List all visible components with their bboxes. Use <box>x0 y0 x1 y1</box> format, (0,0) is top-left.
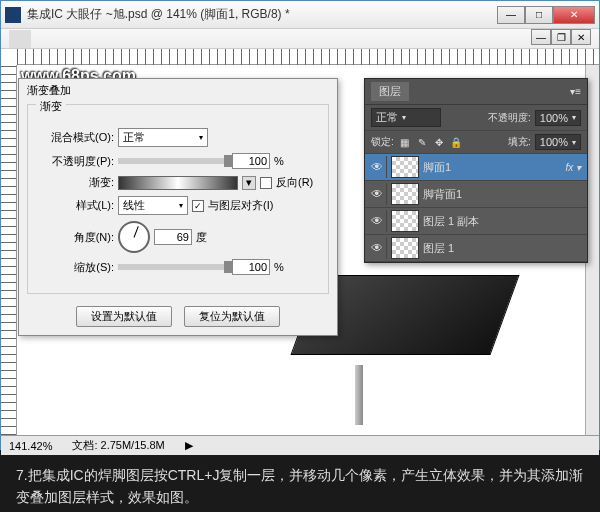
visibility-icon[interactable]: 👁 <box>367 237 387 259</box>
layer-row[interactable]: 👁图层 1 副本 <box>365 208 587 235</box>
style-dropdown[interactable]: 线性 <box>118 196 188 215</box>
status-arrow-icon[interactable]: ▶ <box>185 439 193 452</box>
layer-name: 图层 1 <box>423 241 585 256</box>
layers-panel: 图层 ▾≡ 正常 不透明度: 100% 锁定: ▦ ✎ ✥ 🔒 填充: 100%… <box>364 78 588 263</box>
lock-paint-icon[interactable]: ✎ <box>415 135 429 149</box>
opacity-slider[interactable] <box>118 158 228 164</box>
align-checkbox[interactable]: ✓ <box>192 200 204 212</box>
layer-blend-dropdown[interactable]: 正常 <box>371 108 441 127</box>
chip-artwork <box>305 275 525 385</box>
blend-mode-dropdown[interactable]: 正常 <box>118 128 208 147</box>
layer-name: 脚面1 <box>423 160 565 175</box>
lock-all-icon[interactable]: 🔒 <box>449 135 463 149</box>
doc-size: 文档: 2.75M/15.8M <box>72 438 164 453</box>
close-button[interactable]: ✕ <box>553 6 595 24</box>
angle-dial[interactable] <box>118 221 150 253</box>
reverse-checkbox[interactable] <box>260 177 272 189</box>
reset-default-button[interactable]: 复位为默认值 <box>184 306 280 327</box>
set-default-button[interactable]: 设置为默认值 <box>76 306 172 327</box>
lock-label: 锁定: <box>371 135 394 149</box>
tutorial-caption: 7.把集成IC的焊脚图层按CTRL+J复制一层，并移动几个像素，产生立体效果，并… <box>0 452 600 512</box>
layer-row[interactable]: 👁图层 1 <box>365 235 587 262</box>
layer-row[interactable]: 👁脚背面1 <box>365 181 587 208</box>
layer-name: 图层 1 副本 <box>423 214 585 229</box>
angle-label: 角度(N): <box>36 230 114 245</box>
scale-input[interactable] <box>232 259 270 275</box>
layer-opacity-label: 不透明度: <box>488 111 531 125</box>
gradient-overlay-dialog: 渐变叠加 渐变 混合模式(O): 正常 不透明度(P): % 渐变: ▾ 反向(… <box>18 78 338 336</box>
lock-move-icon[interactable]: ✥ <box>432 135 446 149</box>
layer-list: 👁脚面1fx ▾👁脚背面1👁图层 1 副本👁图层 1 <box>365 154 587 262</box>
ruler-vertical <box>1 65 17 435</box>
gradient-edit-button[interactable]: ▾ <box>242 176 256 190</box>
layer-thumb[interactable] <box>391 156 419 178</box>
minimize-button[interactable]: — <box>497 6 525 24</box>
visibility-icon[interactable]: 👁 <box>367 210 387 232</box>
opacity-input[interactable] <box>232 153 270 169</box>
reverse-label: 反向(R) <box>276 175 313 190</box>
doc-restore-button[interactable]: ❐ <box>551 29 571 45</box>
window-title: 集成IC 大眼仔 ~旭.psd @ 141% (脚面1, RGB/8) * <box>27 6 497 23</box>
fill-label: 填充: <box>508 135 531 149</box>
doc-tabbar: — ❐ ✕ <box>1 29 599 49</box>
fill-input[interactable]: 100% <box>535 134 581 150</box>
dialog-title: 渐变叠加 <box>19 79 337 100</box>
panel-menu-icon[interactable]: ▾≡ <box>570 86 581 97</box>
visibility-icon[interactable]: 👁 <box>367 156 387 178</box>
gradient-preview[interactable] <box>118 176 238 190</box>
section-label: 渐变 <box>36 99 66 114</box>
doc-close-button[interactable]: ✕ <box>571 29 591 45</box>
layer-thumb[interactable] <box>391 237 419 259</box>
layer-name: 脚背面1 <box>423 187 585 202</box>
zoom-level[interactable]: 141.42% <box>9 440 52 452</box>
scale-slider[interactable] <box>118 264 228 270</box>
style-label: 样式(L): <box>36 198 114 213</box>
lock-transparent-icon[interactable]: ▦ <box>398 135 412 149</box>
fx-badge[interactable]: fx ▾ <box>565 162 581 173</box>
angle-unit: 度 <box>196 230 207 245</box>
scale-label: 缩放(S): <box>36 260 114 275</box>
gradient-label: 渐变: <box>36 175 114 190</box>
visibility-icon[interactable]: 👁 <box>367 183 387 205</box>
align-label: 与图层对齐(I) <box>208 198 273 213</box>
layer-opacity-input[interactable]: 100% <box>535 110 581 126</box>
opacity-label: 不透明度(P): <box>36 154 114 169</box>
doc-minimize-button[interactable]: — <box>531 29 551 45</box>
layer-row[interactable]: 👁脚面1fx ▾ <box>365 154 587 181</box>
blend-mode-label: 混合模式(O): <box>36 130 114 145</box>
ruler-horizontal <box>17 49 599 65</box>
app-icon <box>5 7 21 23</box>
layer-thumb[interactable] <box>391 210 419 232</box>
maximize-button[interactable]: □ <box>525 6 553 24</box>
layers-tab[interactable]: 图层 <box>371 82 409 101</box>
layer-thumb[interactable] <box>391 183 419 205</box>
titlebar: 集成IC 大眼仔 ~旭.psd @ 141% (脚面1, RGB/8) * — … <box>1 1 599 29</box>
doc-tab[interactable] <box>9 30 31 48</box>
angle-input[interactable] <box>154 229 192 245</box>
